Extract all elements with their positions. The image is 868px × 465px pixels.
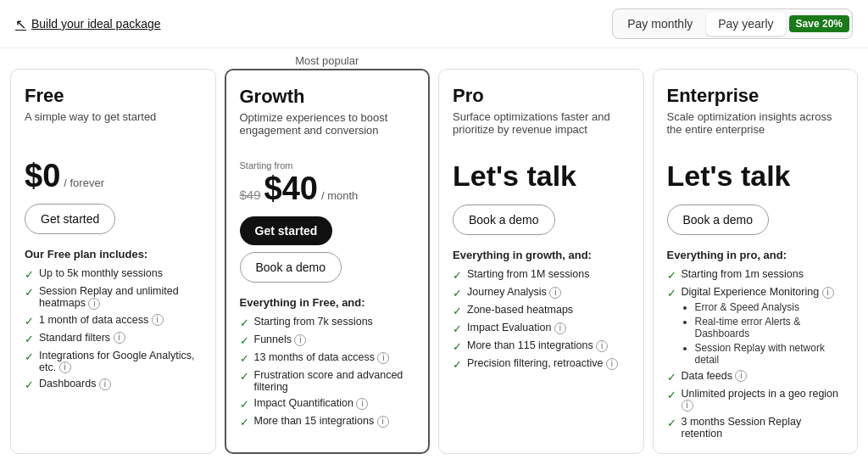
list-item: ✓Dashboards i [25,378,202,391]
info-icon[interactable]: i [377,352,389,364]
check-icon: ✓ [25,378,34,391]
feature-label-free-3: Standard filters [39,332,114,344]
price-main-growth: $40 [264,172,318,204]
feature-label-growth-3: Frustration score and advanced filtering [254,369,403,393]
plan-name-pro: Pro [453,85,630,107]
btn-free-0[interactable]: Get started [25,204,115,234]
price-talk-pro: Let's talk [453,160,630,193]
info-icon[interactable]: i [596,340,608,352]
list-item: ✓Funnels i [240,333,415,347]
btn-row-pro: Book a demo [453,204,630,235]
feature-label-enterprise-0: Starting from 1m sessions [682,268,804,280]
info-icon[interactable]: i [152,314,164,326]
feature-label-growth-5: More than 15 integrations [254,415,377,427]
feature-label-free-5: Dashboards [39,378,99,389]
feature-text-pro-1: Journey Analysis i [467,286,561,299]
check-icon: ✓ [240,370,249,383]
plan-card-free: FreeA simple way to get started$0/ forev… [10,69,216,454]
info-icon[interactable]: i [822,287,834,299]
feature-label-growth-2: 13 months of data access [254,351,378,363]
feature-text-free-1: Session Replay and unlimited heatmaps i [39,285,202,310]
info-icon[interactable]: i [88,298,100,310]
feature-text-growth-0: Starting from 7k sessions [254,316,373,328]
sub-list-item: Real-time error Alerts & Dashboards [695,316,844,339]
check-icon: ✓ [667,371,676,384]
list-item: ✓Unlimited projects in a geo region i [667,388,844,412]
btn-row-enterprise: Book a demo [667,204,844,235]
price-row-growth: $49$40/ month [240,172,415,204]
feature-label-growth-0: Starting from 7k sessions [254,316,373,328]
feature-text-growth-1: Funnels i [254,333,307,346]
info-icon[interactable]: i [59,361,71,373]
build-link[interactable]: ↖ Build your ideal package [15,16,161,32]
feature-text-growth-2: 13 months of data access i [254,351,390,364]
btn-row-growth: Get startedBook a demo [240,216,415,283]
feature-text-free-2: 1 month of data access i [39,314,164,327]
plan-card-growth: GrowthOptimize experiences to boost enga… [225,69,431,454]
includes-label-free: Our Free plan includes: [25,248,202,261]
check-icon: ✓ [240,416,249,429]
list-item: ✓More than 115 integrations i [453,339,630,353]
starting-from-growth: Starting from [240,160,415,171]
btn-enterprise-0[interactable]: Book a demo [667,204,770,235]
feature-text-enterprise-2: Data feeds i [682,370,748,383]
plan-name-growth: Growth [240,86,415,108]
feature-text-free-0: Up to 5k monthly sessions [39,267,163,279]
info-icon[interactable]: i [554,322,566,334]
list-item: ✓Digital Experience Monitoring iError & … [667,286,844,366]
includes-label-growth: Everything in Free, and: [240,296,415,309]
plan-desc-growth: Optimize experiences to boost engagement… [240,111,415,148]
feature-text-free-4: Integrations for Google Analytics, etc. … [39,350,202,374]
price-old-growth: $49 [240,188,261,202]
price-period-growth: / month [321,189,358,202]
check-icon: ✓ [25,315,34,328]
list-item: ✓Up to 5k monthly sessions [25,267,202,281]
feature-label-enterprise-1: Digital Experience Monitoring [682,286,822,298]
feature-text-pro-2: Zone-based heatmaps [467,304,573,316]
sub-list-item: Error & Speed Analysis [695,301,844,313]
info-icon[interactable]: i [682,400,693,412]
feature-text-enterprise-4: 3 months Session Replay retention [682,416,844,440]
feature-label-growth-4: Impact Quantification [254,397,357,409]
pay-yearly-button[interactable]: Pay yearly [706,12,785,36]
most-popular-label: Most popular [295,54,359,67]
info-icon[interactable]: i [99,378,111,390]
info-icon[interactable]: i [377,416,389,428]
list-item: ✓Session Replay and unlimited heatmaps i [25,285,202,310]
list-item: ✓Journey Analysis i [453,286,630,300]
list-item: ✓Precision filtering, retroactive i [453,357,630,371]
info-icon[interactable]: i [294,334,306,346]
btn-growth-0[interactable]: Get started [240,216,333,245]
arrow-icon: ↖ [15,16,26,32]
info-icon[interactable]: i [735,370,747,382]
sub-list-enterprise-1: Error & Speed AnalysisReal-time error Al… [682,301,844,366]
check-icon: ✓ [240,334,249,347]
check-icon: ✓ [667,269,676,282]
info-icon[interactable]: i [549,287,561,299]
info-icon[interactable]: i [606,358,618,370]
pay-monthly-button[interactable]: Pay monthly [615,12,704,36]
list-item: ✓Data feeds i [667,370,844,384]
info-icon[interactable]: i [114,332,125,344]
btn-pro-0[interactable]: Book a demo [453,204,555,235]
list-item: ✓1 month of data access i [25,314,202,328]
includes-label-pro: Everything in growth, and: [453,249,630,261]
feature-text-pro-5: Precision filtering, retroactive i [467,357,618,370]
top-bar: ↖ Build your ideal package Pay monthly P… [0,0,868,48]
billing-toggle: Pay monthly Pay yearly Save 20% [612,8,853,39]
check-icon: ✓ [25,268,34,281]
feature-text-pro-3: Impact Evaluation i [467,322,566,334]
feature-list-growth: ✓Starting from 7k sessions ✓Funnels i✓13… [240,316,415,429]
plan-desc-enterprise: Scale optimization insights across the e… [667,110,844,148]
btn-growth-1[interactable]: Book a demo [240,252,342,283]
check-icon: ✓ [453,305,462,317]
plan-card-pro: ProSurface optimizations faster and prio… [438,69,644,454]
sub-list-item: Session Replay with network detail [695,342,844,366]
feature-label-free-0: Up to 5k monthly sessions [39,267,163,279]
feature-text-growth-4: Impact Quantification i [254,397,369,410]
feature-text-growth-5: More than 15 integrations i [254,415,389,428]
check-icon: ✓ [453,358,462,371]
plan-card-enterprise: EnterpriseScale optimization insights ac… [653,69,859,454]
feature-label-enterprise-2: Data feeds [682,370,736,382]
info-icon[interactable]: i [356,398,368,410]
